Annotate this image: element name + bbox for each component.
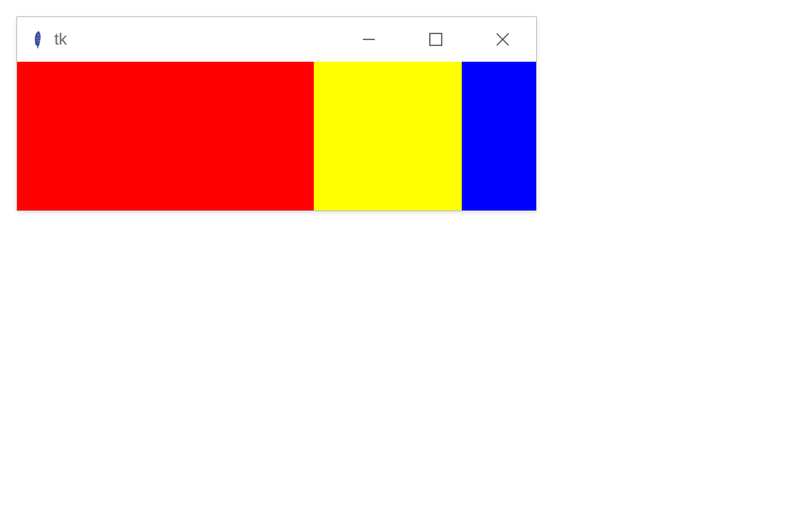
feather-icon <box>30 29 47 50</box>
blue-panel <box>462 62 536 210</box>
window-title: tk <box>54 30 67 49</box>
maximize-button[interactable] <box>402 17 469 62</box>
titlebar[interactable]: tk <box>17 17 536 62</box>
close-icon <box>495 32 510 47</box>
minimize-icon <box>361 32 376 47</box>
red-panel <box>17 62 314 210</box>
maximize-icon <box>429 33 442 46</box>
window-content <box>17 62 536 210</box>
close-button[interactable] <box>469 17 536 62</box>
titlebar-left: tk <box>17 29 67 50</box>
app-window: tk <box>16 16 537 211</box>
svg-rect-2 <box>430 33 442 45</box>
window-controls <box>335 17 536 62</box>
yellow-panel <box>314 62 462 210</box>
minimize-button[interactable] <box>335 17 402 62</box>
